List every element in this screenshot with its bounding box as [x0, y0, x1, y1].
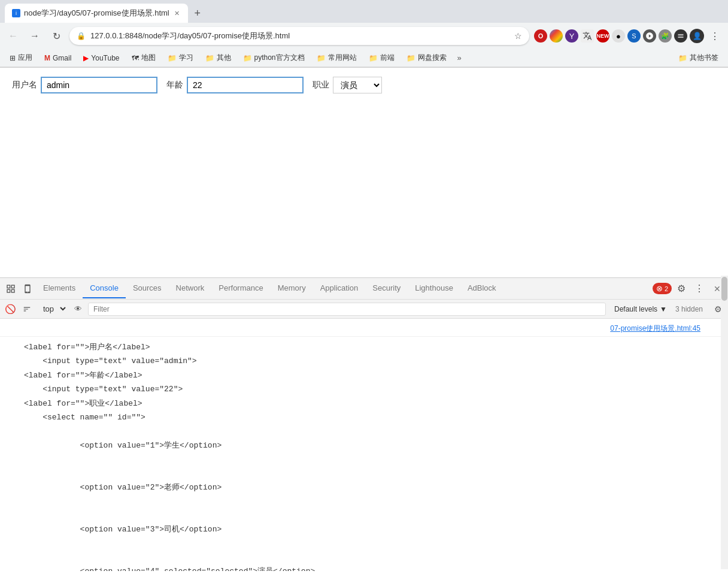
devtools-panel: Elements Console Sources Network Perform… — [0, 277, 728, 571]
other-bookmarks-label: 其他书签 — [690, 53, 718, 63]
bookmark-python[interactable]: 📁 python官方文档 — [238, 51, 310, 65]
tab-performance[interactable]: Performance — [211, 279, 270, 298]
console-filter-toggle[interactable] — [20, 303, 34, 316]
job-field: 职业 学生 老师 司机 演员 — [313, 77, 382, 93]
bookmark-gmail[interactable]: M Gmail — [40, 52, 76, 64]
context-selector[interactable]: top — [37, 303, 68, 315]
bookmark-learn[interactable]: 📁 学习 — [163, 51, 198, 65]
forward-button[interactable]: → — [26, 28, 43, 44]
bookmark-netdisk[interactable]: 📁 网盘搜索 — [402, 51, 451, 65]
default-levels-label: Default levels — [614, 305, 657, 313]
console-file-ref[interactable]: 07-promise使用场景.html:45 — [594, 321, 716, 335]
ext-opera-icon[interactable]: O — [534, 29, 547, 43]
username-field: 用户名 — [12, 77, 157, 93]
console-eye-button[interactable]: 👁 — [71, 303, 84, 316]
job-select[interactable]: 学生 老师 司机 演员 — [333, 77, 382, 93]
tab-lighthouse[interactable]: Lighthouse — [408, 279, 460, 298]
active-tab[interactable]: i node学习/day05/07-promise使用场景.html ✕ — [5, 4, 188, 23]
python-label: python官方文档 — [254, 53, 305, 63]
devtools-more-button[interactable]: ⋮ — [691, 280, 708, 297]
tab-bar: i node学习/day05/07-promise使用场景.html ✕ + — [0, 0, 728, 23]
svg-rect-2 — [7, 289, 10, 292]
hidden-count: 3 hidden — [675, 305, 708, 313]
profile-icon[interactable]: 👤 — [690, 29, 704, 43]
ext-icon-new[interactable]: NEW — [596, 29, 609, 43]
back-button[interactable]: ← — [5, 28, 22, 44]
other-bookmarks-icon: 📁 — [678, 54, 687, 62]
ext-icon-5[interactable]: ● — [612, 29, 625, 43]
netdisk-icon: 📁 — [407, 54, 415, 62]
bookmark-apps[interactable]: ⊞ 应用 — [5, 51, 37, 65]
youtube-label: YouTube — [91, 54, 119, 62]
other-icon: 📁 — [205, 54, 214, 62]
job-label: 职业 — [313, 80, 329, 90]
common-label: 常用网站 — [328, 53, 357, 63]
form-row: 用户名 年龄 职业 学生 老师 司机 演员 — [12, 77, 716, 93]
tab-sources[interactable]: Sources — [126, 279, 169, 298]
close-tab-button[interactable]: ✕ — [173, 8, 181, 19]
bookmark-frontend[interactable]: 📁 前端 — [364, 51, 399, 65]
username-label: 用户名 — [12, 80, 37, 90]
error-badge[interactable]: ⊗ 2 — [653, 283, 672, 294]
toolbar-icons: O Y NEW ● S 🧩 👤 ⋮ — [534, 28, 723, 44]
error-count: 2 — [665, 285, 668, 292]
console-line-14: <option value="3">司机</option> — [24, 525, 222, 534]
tab-security[interactable]: Security — [365, 279, 408, 298]
new-tab-button[interactable]: + — [189, 5, 206, 22]
svg-rect-3 — [11, 289, 14, 292]
ext-icon-8[interactable]: 🧩 — [659, 29, 672, 43]
ext-icon-2[interactable] — [550, 29, 563, 43]
tab-title: node学习/day05/07-promise使用场景.html — [24, 8, 169, 19]
age-label: 年龄 — [166, 80, 183, 90]
bookmark-common[interactable]: 📁 常用网站 — [312, 51, 362, 65]
default-levels-chevron-icon: ▼ — [660, 305, 667, 313]
console-line-11: <option value="2">老师</option> — [24, 483, 222, 492]
tab-memory[interactable]: Memory — [271, 279, 313, 298]
bookmark-maps[interactable]: 🗺 地图 — [127, 51, 160, 65]
devtools-select-element-button[interactable] — [2, 280, 19, 297]
console-clear-button[interactable]: 🚫 — [4, 303, 17, 316]
error-icon: ⊗ — [656, 284, 663, 293]
devtools-device-toolbar-button[interactable] — [19, 280, 36, 297]
netdisk-label: 网盘搜索 — [418, 53, 447, 63]
console-output[interactable]: 07-promise使用场景.html:45 <label for="">用户名… — [0, 319, 728, 571]
tab-adblock[interactable]: AdBlock — [460, 279, 503, 298]
bookmark-star-icon[interactable]: ☆ — [514, 31, 522, 41]
common-icon: 📁 — [317, 54, 326, 62]
console-filter-input[interactable] — [88, 303, 606, 316]
tab-network[interactable]: Network — [169, 279, 212, 298]
age-input[interactable] — [187, 77, 304, 93]
devtools-end-buttons: ⊗ 2 ⚙ ⋮ ✕ — [653, 280, 726, 297]
username-input[interactable] — [41, 77, 157, 93]
devtools-scrollbar[interactable] — [721, 276, 728, 569]
address-bar[interactable]: 🔒 127.0.0.1:8848/node学习/day05/07-promise… — [69, 27, 529, 45]
tab-console[interactable]: Console — [83, 279, 126, 298]
url-text[interactable]: 127.0.0.1:8848/node学习/day05/07-promise使用… — [90, 31, 509, 41]
devtools-settings-button[interactable]: ⚙ — [673, 280, 690, 297]
bookmark-youtube[interactable]: ▶ YouTube — [78, 52, 124, 64]
ext-translate-icon[interactable] — [581, 29, 594, 43]
ext-icon-6[interactable]: S — [627, 29, 641, 43]
reload-button[interactable]: ↻ — [48, 28, 65, 44]
console-line-2: <input type="text" value="admin"> — [24, 357, 197, 365]
ext-icon-9[interactable] — [674, 29, 687, 43]
ext-icon-3[interactable]: Y — [565, 29, 578, 43]
frontend-label: 前端 — [380, 53, 395, 63]
other-label: 其他 — [217, 53, 231, 63]
default-levels-button[interactable]: Default levels ▼ — [609, 304, 672, 315]
apps-label: 应用 — [18, 53, 32, 63]
console-line-8: <option value="1">学生</option> — [24, 441, 222, 450]
console-line-1: <label for="">用户名</label> — [24, 343, 150, 352]
more-bookmarks-button[interactable]: » — [454, 52, 465, 64]
ext-icon-7[interactable] — [643, 29, 656, 43]
more-options-button[interactable]: ⋮ — [706, 28, 723, 44]
address-bar-row: ← → ↻ 🔒 127.0.0.1:8848/node学习/day05/07-p… — [0, 23, 728, 49]
console-line-4: <input type="text" value="22"> — [24, 385, 183, 394]
learn-icon: 📁 — [168, 54, 177, 62]
bookmark-other[interactable]: 📁 其他 — [201, 51, 236, 65]
other-bookmarks-button[interactable]: 📁 其他书签 — [674, 51, 723, 65]
console-line-5: <label for="">职业</label> — [24, 399, 142, 408]
tab-application[interactable]: Application — [313, 279, 366, 298]
apps-icon: ⊞ — [10, 54, 16, 62]
tab-elements[interactable]: Elements — [36, 279, 83, 298]
